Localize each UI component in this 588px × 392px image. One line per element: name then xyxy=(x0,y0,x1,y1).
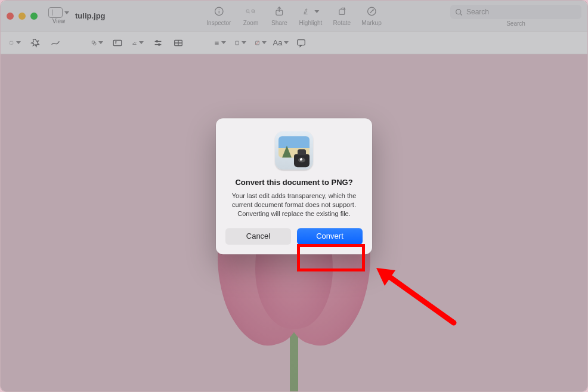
preview-app-icon xyxy=(275,131,313,169)
convert-button-label: Convert xyxy=(316,232,343,240)
cancel-button-label: Cancel xyxy=(246,232,270,240)
convert-button[interactable]: Convert xyxy=(297,228,363,245)
dialog-title: Convert this document to PNG? xyxy=(225,178,363,187)
dialog-body: Your last edit adds transparency, which … xyxy=(225,192,363,218)
preview-window: View tulip.jpg Inspector Zoom Share High… xyxy=(0,0,588,392)
dialog-buttons: Cancel Convert xyxy=(225,228,363,245)
cancel-button[interactable]: Cancel xyxy=(225,228,291,245)
convert-dialog: Convert this document to PNG? Your last … xyxy=(216,118,372,254)
